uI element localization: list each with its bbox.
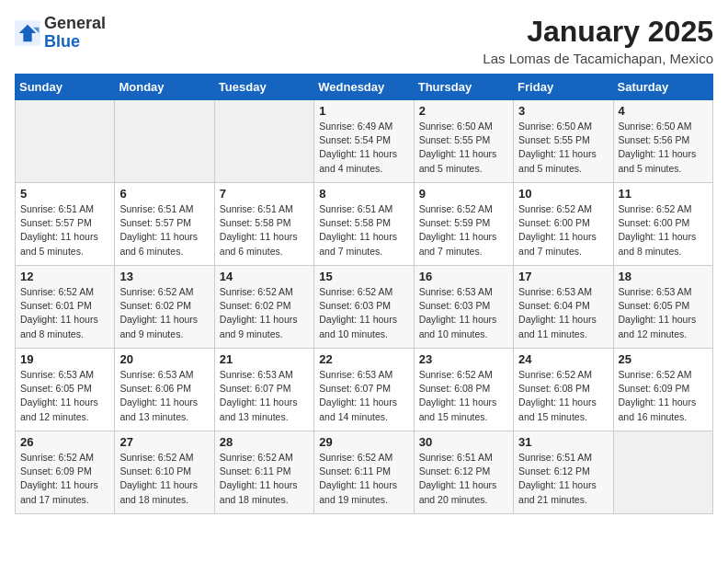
day-info: Sunrise: 6:53 AM Sunset: 6:07 PM Dayligh… xyxy=(220,368,309,424)
page-header: General Blue January 2025 Las Lomas de T… xyxy=(15,15,713,66)
day-number: 13 xyxy=(119,270,209,283)
day-cell: 4Sunrise: 6:50 AM Sunset: 5:56 PM Daylig… xyxy=(613,100,712,183)
day-number: 1 xyxy=(319,104,408,118)
day-number: 30 xyxy=(419,435,508,449)
day-number: 10 xyxy=(518,187,608,201)
day-cell: 21Sunrise: 6:53 AM Sunset: 6:07 PM Dayli… xyxy=(214,349,313,431)
day-number: 7 xyxy=(220,187,309,201)
day-cell: 31Sunrise: 6:51 AM Sunset: 6:12 PM Dayli… xyxy=(514,431,613,514)
day-cell: 16Sunrise: 6:53 AM Sunset: 6:03 PM Dayli… xyxy=(414,266,513,349)
day-cell: 13Sunrise: 6:52 AM Sunset: 6:02 PM Dayli… xyxy=(115,266,214,349)
day-cell: 24Sunrise: 6:52 AM Sunset: 6:08 PM Dayli… xyxy=(514,349,613,431)
day-info: Sunrise: 6:52 AM Sunset: 6:08 PM Dayligh… xyxy=(419,368,508,424)
day-number: 18 xyxy=(619,270,708,283)
day-cell: 28Sunrise: 6:52 AM Sunset: 6:11 PM Dayli… xyxy=(214,431,313,514)
day-cell: 22Sunrise: 6:53 AM Sunset: 6:07 PM Dayli… xyxy=(314,349,414,431)
day-number: 4 xyxy=(619,104,708,118)
day-number: 29 xyxy=(319,435,408,449)
day-header-friday: Friday xyxy=(514,75,613,100)
day-cell: 9Sunrise: 6:52 AM Sunset: 5:59 PM Daylig… xyxy=(414,183,513,266)
day-info: Sunrise: 6:52 AM Sunset: 6:00 PM Dayligh… xyxy=(619,202,708,259)
day-header-tuesday: Tuesday xyxy=(214,75,313,100)
day-number: 20 xyxy=(119,352,209,366)
day-cell: 8Sunrise: 6:51 AM Sunset: 5:58 PM Daylig… xyxy=(314,183,414,266)
calendar-table: SundayMondayTuesdayWednesdayThursdayFrid… xyxy=(15,74,713,514)
day-number: 16 xyxy=(419,270,508,283)
day-info: Sunrise: 6:51 AM Sunset: 5:57 PM Dayligh… xyxy=(119,202,209,259)
day-cell xyxy=(613,431,712,514)
day-number: 8 xyxy=(319,187,408,201)
day-number: 31 xyxy=(518,435,608,449)
day-cell: 18Sunrise: 6:53 AM Sunset: 6:05 PM Dayli… xyxy=(613,266,712,349)
day-number: 17 xyxy=(518,270,608,283)
day-info: Sunrise: 6:52 AM Sunset: 6:09 PM Dayligh… xyxy=(20,451,109,507)
day-number: 21 xyxy=(220,352,309,366)
day-header-saturday: Saturday xyxy=(613,75,712,100)
day-info: Sunrise: 6:51 AM Sunset: 6:12 PM Dayligh… xyxy=(419,451,508,507)
day-number: 26 xyxy=(20,435,109,449)
day-cell: 29Sunrise: 6:52 AM Sunset: 6:11 PM Dayli… xyxy=(314,431,414,514)
day-info: Sunrise: 6:51 AM Sunset: 5:58 PM Dayligh… xyxy=(220,202,309,259)
day-cell: 6Sunrise: 6:51 AM Sunset: 5:57 PM Daylig… xyxy=(115,183,214,266)
day-cell: 15Sunrise: 6:52 AM Sunset: 6:03 PM Dayli… xyxy=(314,266,414,349)
day-cell: 10Sunrise: 6:52 AM Sunset: 6:00 PM Dayli… xyxy=(514,183,613,266)
days-of-week-row: SundayMondayTuesdayWednesdayThursdayFrid… xyxy=(16,75,713,100)
logo-icon xyxy=(15,20,40,46)
day-cell: 19Sunrise: 6:53 AM Sunset: 6:05 PM Dayli… xyxy=(16,349,115,431)
day-info: Sunrise: 6:50 AM Sunset: 5:56 PM Dayligh… xyxy=(619,120,708,176)
title-block: January 2025 Las Lomas de Tacamichapan, … xyxy=(483,15,713,66)
day-number: 27 xyxy=(119,435,209,449)
day-header-thursday: Thursday xyxy=(414,75,513,100)
day-info: Sunrise: 6:49 AM Sunset: 5:54 PM Dayligh… xyxy=(319,120,408,176)
day-info: Sunrise: 6:52 AM Sunset: 6:09 PM Dayligh… xyxy=(619,368,708,424)
day-info: Sunrise: 6:53 AM Sunset: 6:03 PM Dayligh… xyxy=(419,285,508,341)
day-info: Sunrise: 6:52 AM Sunset: 6:11 PM Dayligh… xyxy=(220,451,309,507)
day-info: Sunrise: 6:52 AM Sunset: 6:02 PM Dayligh… xyxy=(220,285,309,341)
day-header-sunday: Sunday xyxy=(16,75,115,100)
day-cell: 27Sunrise: 6:52 AM Sunset: 6:10 PM Dayli… xyxy=(115,431,214,514)
day-info: Sunrise: 6:52 AM Sunset: 6:08 PM Dayligh… xyxy=(518,368,608,424)
day-number: 3 xyxy=(518,104,608,118)
day-cell: 7Sunrise: 6:51 AM Sunset: 5:58 PM Daylig… xyxy=(214,183,313,266)
day-info: Sunrise: 6:51 AM Sunset: 6:12 PM Dayligh… xyxy=(518,451,608,507)
week-row-5: 26Sunrise: 6:52 AM Sunset: 6:09 PM Dayli… xyxy=(16,431,713,514)
day-info: Sunrise: 6:52 AM Sunset: 5:59 PM Dayligh… xyxy=(419,202,508,259)
day-number: 12 xyxy=(20,270,109,283)
day-number: 14 xyxy=(220,270,309,283)
day-number: 11 xyxy=(619,187,708,201)
week-row-2: 5Sunrise: 6:51 AM Sunset: 5:57 PM Daylig… xyxy=(16,183,713,266)
day-number: 9 xyxy=(419,187,508,201)
day-cell: 17Sunrise: 6:53 AM Sunset: 6:04 PM Dayli… xyxy=(514,266,613,349)
day-cell: 5Sunrise: 6:51 AM Sunset: 5:57 PM Daylig… xyxy=(16,183,115,266)
week-row-1: 1Sunrise: 6:49 AM Sunset: 5:54 PM Daylig… xyxy=(16,100,713,183)
day-info: Sunrise: 6:52 AM Sunset: 6:10 PM Dayligh… xyxy=(119,451,209,507)
day-info: Sunrise: 6:50 AM Sunset: 5:55 PM Dayligh… xyxy=(518,120,608,176)
day-cell xyxy=(16,100,115,183)
day-info: Sunrise: 6:53 AM Sunset: 6:04 PM Dayligh… xyxy=(518,285,608,341)
week-row-3: 12Sunrise: 6:52 AM Sunset: 6:01 PM Dayli… xyxy=(16,266,713,349)
day-info: Sunrise: 6:52 AM Sunset: 6:01 PM Dayligh… xyxy=(20,285,109,341)
day-number: 5 xyxy=(20,187,109,201)
calendar-header: SundayMondayTuesdayWednesdayThursdayFrid… xyxy=(16,75,713,100)
day-info: Sunrise: 6:52 AM Sunset: 6:02 PM Dayligh… xyxy=(119,285,209,341)
day-cell: 30Sunrise: 6:51 AM Sunset: 6:12 PM Dayli… xyxy=(414,431,513,514)
day-info: Sunrise: 6:51 AM Sunset: 5:57 PM Dayligh… xyxy=(20,202,109,259)
day-number: 23 xyxy=(419,352,508,366)
day-info: Sunrise: 6:52 AM Sunset: 6:11 PM Dayligh… xyxy=(319,451,408,507)
day-number: 6 xyxy=(119,187,209,201)
day-number: 25 xyxy=(619,352,708,366)
day-header-monday: Monday xyxy=(115,75,214,100)
day-info: Sunrise: 6:53 AM Sunset: 6:06 PM Dayligh… xyxy=(119,368,209,424)
day-cell: 26Sunrise: 6:52 AM Sunset: 6:09 PM Dayli… xyxy=(16,431,115,514)
day-info: Sunrise: 6:53 AM Sunset: 6:05 PM Dayligh… xyxy=(619,285,708,341)
day-info: Sunrise: 6:53 AM Sunset: 6:05 PM Dayligh… xyxy=(20,368,109,424)
logo-blue-text: Blue xyxy=(44,32,80,51)
day-number: 15 xyxy=(319,270,408,283)
logo-general-text: General xyxy=(44,14,106,32)
calendar-title: January 2025 xyxy=(483,15,713,49)
day-info: Sunrise: 6:52 AM Sunset: 6:03 PM Dayligh… xyxy=(319,285,408,341)
day-info: Sunrise: 6:51 AM Sunset: 5:58 PM Dayligh… xyxy=(319,202,408,259)
day-cell: 14Sunrise: 6:52 AM Sunset: 6:02 PM Dayli… xyxy=(214,266,313,349)
day-cell: 12Sunrise: 6:52 AM Sunset: 6:01 PM Dayli… xyxy=(16,266,115,349)
day-info: Sunrise: 6:53 AM Sunset: 6:07 PM Dayligh… xyxy=(319,368,408,424)
